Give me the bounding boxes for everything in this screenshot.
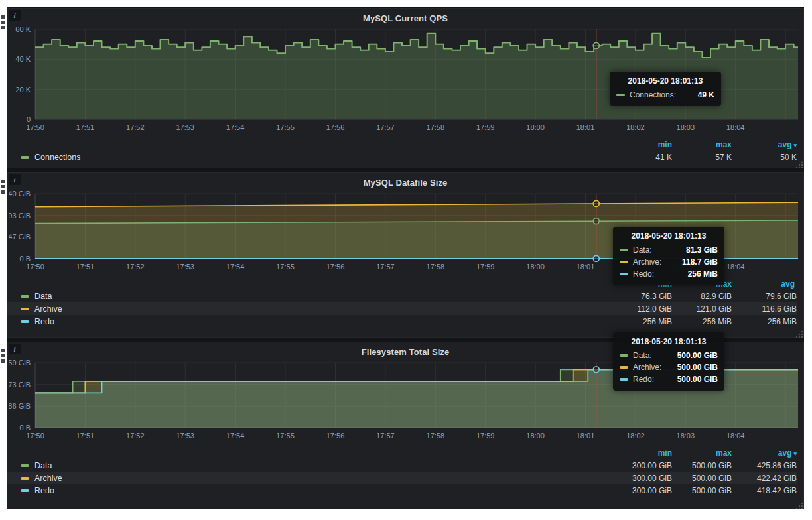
legend-row-archive: Archive 112.0 GiB 121.0 GiB 116.6 GiB: [7, 302, 797, 315]
svg-text:17:58: 17:58: [427, 263, 445, 271]
svg-text:17:50: 17:50: [26, 123, 44, 131]
legend-avg-value: 418.42 GiB: [732, 486, 797, 495]
svg-text:18:02: 18:02: [626, 263, 645, 271]
qps-chart[interactable]: 020 K40 K60 K17:5017:5117:5217:5317:5417…: [9, 25, 802, 134]
legend-series-toggle[interactable]: Connections: [7, 153, 612, 162]
legend-max-value: 82.9 GiB: [672, 292, 732, 301]
legend-series-toggle[interactable]: Redo: [7, 317, 612, 326]
legend-max-value: 500.00 GiB: [672, 474, 732, 483]
panel-title[interactable]: MySQL Current QPS: [7, 9, 803, 25]
legend-avg-value: 79.6 GiB: [732, 292, 797, 301]
legend-min-value: 300.00 GiB: [612, 461, 672, 470]
chart-region: 0 B186 GiB373 GiB559 GiB17:5017:5117:521…: [7, 359, 803, 445]
svg-text:17:59: 17:59: [476, 263, 495, 271]
legend-sort-max[interactable]: max: [672, 279, 732, 289]
sort-caret-icon: ▾: [793, 142, 797, 149]
panel-drag-handle[interactable]: [1, 349, 5, 363]
legend-min-value: 76.3 GiB: [612, 292, 672, 301]
panel-filesystem-total-size: i Filesystem Total Size 0 B186 GiB373 Gi…: [7, 342, 804, 509]
panel-drag-handle[interactable]: [1, 15, 5, 29]
svg-text:17:52: 17:52: [126, 123, 145, 131]
svg-text:559 GiB: 559 GiB: [9, 359, 31, 367]
legend-row-connections: Connections 41 K 57 K 50 K: [7, 151, 797, 163]
svg-text:18:02: 18:02: [626, 432, 645, 440]
panel-mysql-current-qps: i MySQL Current QPS 020 K40 K60 K17:5017…: [7, 8, 804, 168]
legend-header-row: min max avg▾: [7, 139, 797, 151]
legend-max-value: 256 MiB: [672, 317, 732, 326]
svg-text:0 B: 0 B: [19, 255, 31, 263]
panel-info-icon[interactable]: i: [9, 344, 21, 354]
svg-text:17:52: 17:52: [126, 263, 145, 271]
panel-resize-handle[interactable]: [795, 159, 803, 167]
legend-min-value: 41 K: [612, 153, 672, 162]
legend-series-toggle[interactable]: Data: [7, 292, 612, 301]
svg-text:17:59: 17:59: [476, 432, 495, 440]
legend-series-toggle[interactable]: Archive: [7, 304, 612, 314]
panel-drag-handle[interactable]: [1, 180, 5, 194]
legend-sort-avg[interactable]: avg▾: [732, 140, 797, 149]
series-color-dash-icon: [21, 308, 29, 310]
legend: min max avg Data 76.3 GiB 82.9 GiB 79.6 …: [7, 278, 803, 328]
series-color-dash-icon: [21, 156, 29, 159]
legend-max-value: 500.00 GiB: [672, 486, 732, 495]
svg-text:17:56: 17:56: [326, 263, 345, 271]
legend-sort-max[interactable]: max: [672, 140, 732, 149]
series-color-dash-icon: [21, 477, 29, 480]
legend-sort-min[interactable]: min: [612, 140, 672, 149]
panel-title[interactable]: MySQL Datafile Size: [7, 173, 803, 190]
legend-sort-min[interactable]: min: [612, 448, 672, 458]
svg-text:18:00: 18:00: [526, 263, 545, 271]
svg-text:17:53: 17:53: [176, 123, 194, 131]
chart-region: 0 B47 GiB93 GiB140 GiB17:5017:5117:5217:…: [7, 190, 803, 276]
legend-avg-value: 425.86 GiB: [732, 461, 797, 470]
panel-info-icon[interactable]: i: [9, 174, 21, 185]
svg-text:17:59: 17:59: [476, 123, 495, 131]
svg-text:17:50: 17:50: [26, 432, 44, 440]
svg-text:17:50: 17:50: [26, 263, 44, 271]
datafile-size-chart[interactable]: 0 B47 GiB93 GiB140 GiB17:5017:5117:5217:…: [9, 190, 802, 273]
svg-text:17:55: 17:55: [276, 123, 295, 131]
svg-text:18:01: 18:01: [576, 123, 595, 131]
legend-avg-value: 50 K: [732, 153, 797, 162]
legend-max-value: 121.0 GiB: [672, 304, 732, 314]
svg-text:60 K: 60 K: [15, 25, 31, 33]
legend-header-row: min max avg: [7, 278, 797, 290]
svg-text:17:57: 17:57: [376, 123, 395, 131]
legend-sort-avg[interactable]: avg: [732, 279, 797, 289]
legend-sort-min[interactable]: min: [612, 279, 672, 289]
legend-row-data: Data 76.3 GiB 82.9 GiB 79.6 GiB: [7, 290, 797, 302]
legend-min-value: 112.0 GiB: [612, 304, 672, 314]
legend-series-toggle[interactable]: Redo: [7, 486, 612, 495]
legend-avg-value: 116.6 GiB: [732, 304, 797, 314]
svg-text:0 B: 0 B: [19, 424, 31, 432]
panel-title[interactable]: Filesystem Total Size: [7, 342, 803, 359]
legend-sort-max[interactable]: max: [672, 448, 732, 458]
legend-avg-value: 256 MiB: [732, 317, 797, 326]
svg-text:18:04: 18:04: [726, 123, 745, 131]
svg-text:18:00: 18:00: [526, 123, 545, 131]
panel-info-icon[interactable]: i: [9, 10, 21, 21]
legend-max-value: 57 K: [672, 153, 732, 162]
svg-text:20 K: 20 K: [15, 86, 31, 94]
svg-text:18:00: 18:00: [526, 432, 545, 440]
svg-text:17:53: 17:53: [176, 432, 194, 440]
svg-text:18:04: 18:04: [726, 263, 745, 271]
panel-resize-handle[interactable]: [795, 500, 803, 508]
svg-text:17:58: 17:58: [427, 432, 445, 440]
chart-region: 020 K40 K60 K17:5017:5117:5217:5317:5417…: [7, 25, 803, 137]
svg-text:18:03: 18:03: [677, 263, 695, 271]
svg-text:17:51: 17:51: [76, 432, 95, 440]
legend-series-toggle[interactable]: Archive: [7, 474, 612, 483]
series-color-dash-icon: [21, 489, 29, 492]
legend-series-toggle[interactable]: Data: [7, 461, 612, 470]
panel-resize-handle[interactable]: [795, 328, 803, 336]
legend-sort-avg[interactable]: avg▾: [732, 448, 797, 458]
legend-row-redo: Redo 256 MiB 256 MiB 256 MiB: [7, 315, 797, 328]
legend-avg-value: 422.42 GiB: [732, 474, 797, 483]
legend-row-redo: Redo 300.00 GiB 500.00 GiB 418.42 GiB: [7, 484, 797, 497]
panel-mysql-datafile-size: i MySQL Datafile Size 0 B47 GiB93 GiB140…: [7, 172, 804, 338]
legend-header-row: min max avg▾: [7, 447, 797, 459]
filesystem-size-chart[interactable]: 0 B186 GiB373 GiB559 GiB17:5017:5117:521…: [9, 359, 802, 442]
svg-text:17:54: 17:54: [226, 123, 245, 131]
legend: min max avg▾ Data 300.00 GiB 500.00 GiB …: [7, 447, 803, 497]
